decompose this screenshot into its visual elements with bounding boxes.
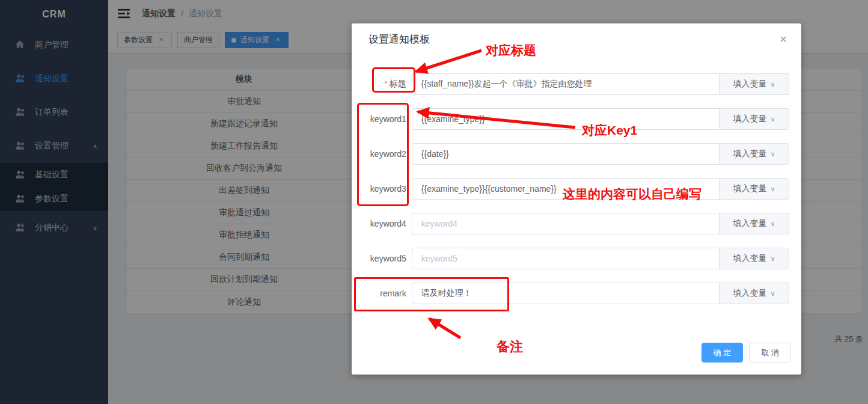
app-root: CRM 商户管理通知设置订单列表设置管理∧基础设置参数设置分销中心∨ 通知设置 … xyxy=(0,0,868,404)
input-group-keyword5: 填入变量∨ xyxy=(412,248,789,269)
input-group-标题: 填入变量∨ xyxy=(412,73,789,95)
fill-variable-label: 填入变量 xyxy=(733,148,766,159)
modal-header: 设置通知模板 × xyxy=(352,23,801,57)
form-row-标题: *标题填入变量∨ xyxy=(359,73,789,95)
field-label-text: remark xyxy=(380,289,406,298)
field-label-keyword1: keyword1 xyxy=(359,114,406,124)
fill-variable-label: 填入变量 xyxy=(733,288,766,299)
field-input-keyword4[interactable] xyxy=(412,213,719,234)
chevron-down-icon: ∨ xyxy=(770,220,775,228)
field-label-text: keyword4 xyxy=(370,219,406,228)
fill-variable-button[interactable]: 填入变量∨ xyxy=(719,143,789,165)
chevron-down-icon: ∨ xyxy=(770,81,775,88)
fill-variable-button[interactable]: 填入变量∨ xyxy=(719,73,789,95)
fill-variable-label: 填入变量 xyxy=(733,218,766,229)
input-group-keyword1: 填入变量∨ xyxy=(412,108,789,130)
chevron-down-icon: ∨ xyxy=(770,255,775,263)
confirm-button[interactable]: 确 定 xyxy=(701,343,744,363)
input-group-remark: 填入变量∨ xyxy=(412,283,789,304)
form-row-remark: remark填入变量∨ xyxy=(359,283,789,304)
field-label-text: keyword3 xyxy=(370,184,406,194)
fill-variable-label: 填入变量 xyxy=(733,114,766,124)
fill-variable-button[interactable]: 填入变量∨ xyxy=(719,283,789,304)
field-input-keyword2[interactable] xyxy=(412,143,719,165)
fill-variable-label: 填入变量 xyxy=(733,183,766,194)
form-row-keyword1: keyword1填入变量∨ xyxy=(359,108,789,130)
chevron-down-icon: ∨ xyxy=(770,115,775,123)
close-icon[interactable]: × xyxy=(780,33,787,45)
field-label-keyword3: keyword3 xyxy=(359,184,406,194)
modal-footer: 确 定 取 消 xyxy=(701,343,791,363)
form-row-keyword2: keyword2填入变量∨ xyxy=(359,143,789,165)
chevron-down-icon: ∨ xyxy=(770,150,775,158)
fill-variable-button[interactable]: 填入变量∨ xyxy=(719,213,789,234)
form-row-keyword4: keyword4填入变量∨ xyxy=(359,213,789,234)
field-label-text: keyword5 xyxy=(370,254,406,263)
fill-variable-button[interactable]: 填入变量∨ xyxy=(719,108,789,130)
form-row-keyword3: keyword3填入变量∨ xyxy=(359,178,789,200)
fill-variable-button[interactable]: 填入变量∨ xyxy=(719,178,789,200)
modal-form: *标题填入变量∨keyword1填入变量∨keyword2填入变量∨keywor… xyxy=(352,57,801,304)
chevron-down-icon: ∨ xyxy=(770,290,775,298)
field-label-text: keyword2 xyxy=(370,149,406,159)
field-input-keyword5[interactable] xyxy=(412,248,719,269)
required-asterisk: * xyxy=(384,79,387,88)
notification-template-modal: 设置通知模板 × *标题填入变量∨keyword1填入变量∨keyword2填入… xyxy=(352,23,801,375)
fill-variable-label: 填入变量 xyxy=(733,253,766,264)
input-group-keyword2: 填入变量∨ xyxy=(412,143,789,165)
field-input-标题[interactable] xyxy=(412,73,719,95)
field-input-remark[interactable] xyxy=(412,283,719,304)
fill-variable-button[interactable]: 填入变量∨ xyxy=(719,248,789,269)
cancel-button[interactable]: 取 消 xyxy=(749,343,791,363)
modal-title: 设置通知模板 xyxy=(368,34,430,45)
input-group-keyword3: 填入变量∨ xyxy=(412,178,789,200)
field-label-text: 标题 xyxy=(390,79,406,88)
field-input-keyword1[interactable] xyxy=(412,108,719,130)
field-label-keyword2: keyword2 xyxy=(359,149,406,159)
field-label-keyword5: keyword5 xyxy=(359,254,406,263)
field-input-keyword3[interactable] xyxy=(412,178,719,200)
field-label-remark: remark xyxy=(359,289,406,298)
input-group-keyword4: 填入变量∨ xyxy=(412,213,789,234)
field-label-text: keyword1 xyxy=(370,114,406,124)
fill-variable-label: 填入变量 xyxy=(733,79,766,90)
form-row-keyword5: keyword5填入变量∨ xyxy=(359,248,789,269)
field-label-标题: *标题 xyxy=(359,79,406,90)
chevron-down-icon: ∨ xyxy=(770,185,775,193)
field-label-keyword4: keyword4 xyxy=(359,219,406,228)
